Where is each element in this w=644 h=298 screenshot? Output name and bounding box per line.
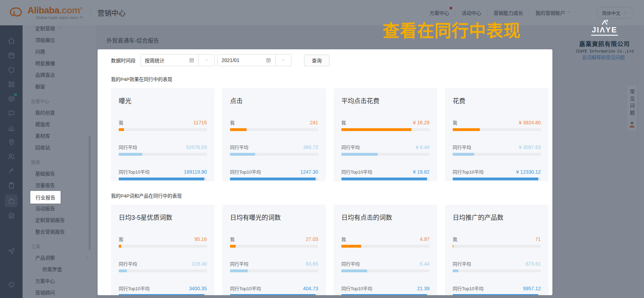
sidebar-item[interactable]: 模版库: [23, 119, 96, 130]
month-select-value[interactable]: 2021/01: [217, 54, 275, 66]
sidebar-item[interactable]: 营销顾问: [23, 287, 96, 298]
bar-track: [341, 153, 429, 156]
metric-row-label: 同行Top10平均: [453, 168, 483, 175]
metric-row-value: ¥ 16.29: [413, 120, 429, 125]
sidebar-item-label: 素材库: [35, 130, 50, 142]
metric-card-row: 日均3-5星优质词数我95.16同行平均319.40同行Top10平均3400.…: [111, 205, 549, 295]
briefcase-icon[interactable]: [5, 194, 18, 207]
send-icon[interactable]: [8, 247, 15, 255]
period-select[interactable]: 按周统计: [141, 54, 215, 66]
bar-track: [119, 178, 207, 180]
period-select-arrow[interactable]: [199, 54, 215, 66]
sidebar-item-label: 模版库: [35, 119, 50, 130]
bar-track: [230, 178, 318, 180]
metric-row-label: 我: [341, 119, 346, 126]
language-selector[interactable]: 简体中文: [596, 7, 633, 19]
month-select-arrow[interactable]: [275, 54, 291, 66]
metric-row-value: ¥ 12330.12: [516, 169, 541, 175]
bar-track: [119, 153, 207, 156]
sidebar-section-label: 工具: [23, 241, 96, 252]
metric-card: 花费我¥ 3924.80同行平均¥ 3097.63同行Top10平均¥ 1233…: [445, 88, 549, 181]
sidebar-item-label: 产品洞察: [35, 252, 55, 264]
chevron-down-icon: [281, 58, 285, 62]
sidebar-item[interactable]: 基础报告: [23, 168, 96, 180]
bar-track: [341, 269, 429, 272]
sidebar-item[interactable]: 回收站: [23, 142, 96, 154]
glossary-link[interactable]: 名词解释和常见问题: [582, 54, 625, 61]
metric-row-label: 我: [230, 236, 235, 242]
box-icon[interactable]: [8, 94, 15, 103]
bar-fill: [119, 294, 204, 295]
sidebar-item[interactable]: 产品洞察: [23, 252, 96, 264]
users-icon[interactable]: [8, 152, 15, 161]
bar-fill: [119, 178, 204, 180]
metric-row: 我4.97: [341, 236, 429, 248]
nav-item[interactable]: 我的营销账户: [529, 9, 577, 16]
notification-dot: [450, 7, 452, 10]
heart-icon[interactable]: [8, 280, 15, 289]
month-select[interactable]: 2021/01: [217, 54, 291, 66]
bar-track: [119, 269, 207, 272]
metric-row: 我241: [230, 119, 318, 131]
share-icon[interactable]: [8, 167, 15, 175]
faq-tab[interactable]: 常见问题: [627, 85, 637, 132]
alibaba-logo[interactable]: Alibaba.com® Global trade starts here.™: [8, 6, 83, 20]
shield-icon[interactable]: [8, 66, 15, 74]
icon-rail: [0, 25, 23, 298]
bar-fill: [453, 269, 458, 272]
sidebar-item[interactable]: 素材库: [23, 130, 96, 142]
sidebar-item[interactable]: 我的创意: [23, 107, 96, 119]
metric-row-label: 同行Top10平均: [230, 168, 261, 175]
bar-chart-icon[interactable]: [8, 123, 15, 132]
sidebar-item[interactable]: 品牌直达: [23, 69, 96, 81]
report-section-title: 我的P4P效果在同行中的表现: [111, 75, 549, 82]
query-button[interactable]: 查询: [304, 55, 329, 66]
bar-fill: [341, 178, 427, 180]
metric-row-label: 同行平均: [230, 144, 248, 150]
clipboard-icon[interactable]: [8, 181, 15, 190]
chat-icon[interactable]: [8, 109, 15, 117]
status-dot: [14, 93, 17, 96]
window-scrollbar[interactable]: [638, 25, 644, 298]
metric-row-label: 同行平均: [341, 144, 360, 150]
sidebar-item[interactable]: 供需罗盘: [23, 264, 96, 275]
sidebar-item[interactable]: 方案中心: [23, 275, 96, 287]
nav-item[interactable]: 活动中心: [455, 9, 487, 16]
bar-track: [341, 178, 429, 180]
sidebar-item[interactable]: 问鼎: [23, 46, 96, 58]
bar-fill: [119, 128, 124, 131]
metric-row-value: 4.97: [420, 236, 429, 242]
chevron-up-icon: [85, 252, 89, 264]
app-window: Alibaba.com® Global trade starts here.™ …: [0, 0, 644, 298]
location-icon[interactable]: [8, 138, 15, 146]
sidebar-menu: 定制营销顶级展位问鼎明星展播品牌直达橱窗创意中心我的创意模版库素材库回收站报表基…: [23, 25, 96, 298]
sidebar-item[interactable]: 顶级展位: [23, 35, 96, 46]
bar-track: [230, 245, 318, 248]
sidebar-item[interactable]: 定制营销报告: [23, 215, 96, 226]
metric-card-title: 平均点击花费: [341, 96, 429, 105]
sidebar-item[interactable]: 橱窗: [23, 81, 96, 93]
sidebar-item[interactable]: 整合营销报告: [23, 226, 96, 238]
bank-icon[interactable]: [8, 211, 15, 219]
bar-fill: [453, 153, 474, 156]
nav-item[interactable]: 营销能力成长: [487, 9, 529, 16]
metric-row-label: 同行Top10平均: [119, 168, 149, 175]
sidebar-item[interactable]: 明星展播: [23, 58, 96, 69]
bar-fill: [230, 294, 316, 295]
calendar-icon[interactable]: [8, 51, 15, 60]
metric-row-value: ¥ 19.82: [413, 169, 429, 175]
sidebar-item-label: 行业报告: [30, 191, 61, 204]
home-icon[interactable]: [8, 37, 15, 45]
period-select-value[interactable]: 按周统计: [141, 54, 199, 66]
metric-card-title: 点击: [230, 96, 318, 105]
bar-track: [453, 153, 541, 156]
sidebar-scrollbar[interactable]: [89, 136, 91, 250]
bar-track: [230, 269, 318, 272]
metric-row: 同行Top10平均1247.30: [230, 168, 318, 180]
sidebar-item[interactable]: 活动报告: [23, 203, 96, 215]
sidebar-item-active[interactable]: 行业报告: [23, 191, 96, 203]
sidebar-item[interactable]: 流量报告: [23, 180, 96, 191]
apps-icon[interactable]: [8, 80, 15, 88]
metric-row-label: 同行Top10平均: [119, 285, 149, 292]
nav-item[interactable]: 方案中心: [423, 9, 455, 16]
